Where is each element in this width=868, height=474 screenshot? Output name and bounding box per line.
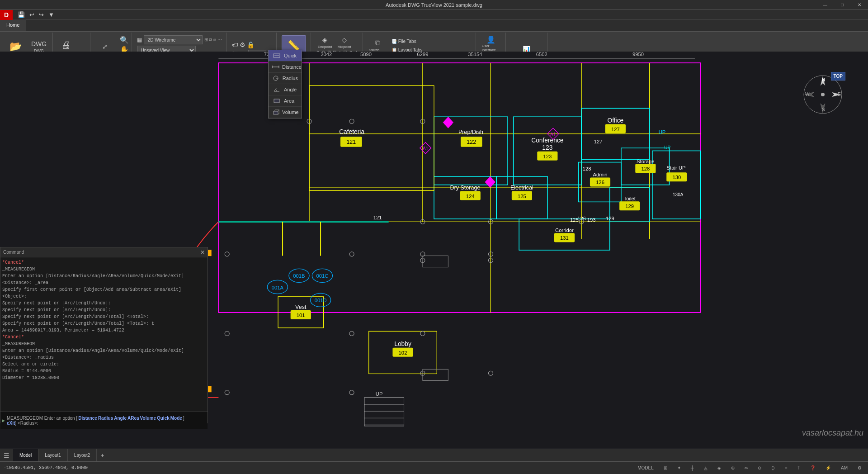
svg-text:126: 126 xyxy=(596,180,604,185)
area-icon xyxy=(272,98,281,104)
command-input[interactable] xyxy=(40,421,206,426)
app-menu-button[interactable]: D xyxy=(0,10,13,20)
layer-icon2: ⚙ xyxy=(240,41,245,48)
measure-radius-item[interactable]: Radius xyxy=(269,73,302,84)
window-controls: — □ ✕ xyxy=(816,0,868,10)
polar-btn[interactable]: ◬ xyxy=(701,465,710,470)
svg-text:W: W xyxy=(805,92,810,97)
cmd-line-10: Area = 144698917.8193, Perimeter = 51941… xyxy=(2,327,206,334)
area-label: Area xyxy=(284,98,294,104)
svg-text:128: 128 xyxy=(583,166,591,171)
svg-text:Vest: Vest xyxy=(295,304,307,310)
svg-text:130A: 130A xyxy=(673,192,684,197)
cmd-line-8: Specify next point or [Arc/Length/Undo/T… xyxy=(2,313,206,320)
drawing-area[interactable]: 7315 2042 5890 6299 35154 6502 9950 xyxy=(0,52,868,449)
settings-btn[interactable]: ⚙ xyxy=(855,465,864,470)
close-button[interactable]: ✕ xyxy=(851,0,868,10)
tpy-btn[interactable]: T xyxy=(795,465,803,470)
svg-text:124: 124 xyxy=(487,181,494,185)
cmd-line-17: Diameter = 18288.0000 xyxy=(2,374,206,381)
svg-text:N: N xyxy=(822,77,825,82)
layout2-tab[interactable]: Layout2 xyxy=(68,449,97,462)
tab-home[interactable]: Home xyxy=(0,19,26,31)
radius-icon xyxy=(272,75,280,81)
view-style-select[interactable]: 2D Wireframe xyxy=(144,35,203,44)
svg-text:Conference: Conference xyxy=(531,137,564,144)
layout1-tab[interactable]: Layout1 xyxy=(38,449,68,462)
svg-text:35154: 35154 xyxy=(468,52,482,57)
layout-add-btn[interactable]: + xyxy=(97,452,108,459)
grid-btn[interactable]: ⊞ xyxy=(661,465,670,470)
cmd-line-2: _MEASUREGEOM xyxy=(2,266,206,273)
svg-text:Corridor: Corridor xyxy=(555,228,574,233)
svg-text:Stair UP: Stair UP xyxy=(667,165,686,171)
osnap-btn[interactable]: ◈ xyxy=(715,465,724,470)
command-panel-close[interactable]: ✕ xyxy=(200,249,205,256)
svg-text:UP: UP xyxy=(376,391,383,397)
svg-text:001B: 001B xyxy=(293,273,305,279)
svg-text:001A: 001A xyxy=(272,285,284,290)
qa-save-btn[interactable]: 💾 xyxy=(16,11,26,18)
layout-menu-btn[interactable]: ☰ xyxy=(0,452,13,459)
cmd-line-6: Specify next point or [Arc/Length/Undo]: xyxy=(2,300,206,307)
window-title: Autodesk DWG TrueView 2021 sample.dwg xyxy=(386,2,482,8)
midpoint-button[interactable]: ◇ Midpoint xyxy=(335,35,353,49)
maximize-button[interactable]: □ xyxy=(834,0,851,10)
user-interface-button[interactable]: 👤 User Interface xyxy=(481,35,501,52)
svg-text:Cafeteria: Cafeteria xyxy=(339,128,364,135)
svg-text:E: E xyxy=(838,92,841,97)
otrack-btn[interactable]: ∞ xyxy=(742,465,750,470)
minimize-button[interactable]: — xyxy=(816,0,834,10)
model-tab[interactable]: Model xyxy=(13,449,38,462)
lwt-btn[interactable]: ≡ xyxy=(782,465,790,470)
measure-distance-item[interactable]: Distance xyxy=(269,62,302,73)
user-icon: 👤 xyxy=(486,35,495,44)
qp-btn[interactable]: ❓ xyxy=(807,465,818,470)
ortho-btn[interactable]: ┼ xyxy=(688,465,697,470)
am-btn[interactable]: AM xyxy=(838,465,850,470)
qa-undo-btn[interactable]: ↩ xyxy=(28,11,36,18)
nav-icon1[interactable]: 🔍 xyxy=(120,36,129,44)
measure-quick-item[interactable]: Quick xyxy=(269,50,302,62)
svg-text:126: 126 xyxy=(577,216,586,221)
cmd-line-5: Specify first corner point or [Object/Ad… xyxy=(2,286,206,300)
cmd-line-14: <Distance>: _radius xyxy=(2,354,206,361)
dyn-btn[interactable]: ⟨⟩ xyxy=(769,465,778,470)
svg-text:Prep/Dish: Prep/Dish xyxy=(458,129,483,135)
extents-icon: ⤢ xyxy=(102,43,108,50)
cmd-line-15: Select arc or circle: xyxy=(2,361,206,368)
qa-redo-btn[interactable]: ↪ xyxy=(38,11,45,18)
measure-angle-item[interactable]: Angle xyxy=(269,84,302,95)
file-tabs-button[interactable]: 📑 File Tabs xyxy=(390,37,425,45)
svg-text:A1: A1 xyxy=(423,146,429,151)
cmd-line-16: Radius = 9144.0000 xyxy=(2,368,206,374)
svg-point-133 xyxy=(488,371,493,375)
measure-volume-item[interactable]: Volume xyxy=(269,107,302,118)
coordinates-display: -10586.4501, 35697.4010, 0.0000 xyxy=(4,465,88,470)
volume-icon xyxy=(272,109,279,115)
svg-text:129: 129 xyxy=(625,204,634,209)
qa-dropdown-btn[interactable]: ▼ xyxy=(47,11,56,18)
model-status-btn[interactable]: MODEL xyxy=(635,465,656,470)
ducs-btn[interactable]: ⊙ xyxy=(755,465,764,470)
snap-btn[interactable]: ✦ xyxy=(675,465,684,470)
svg-text:S: S xyxy=(822,107,825,112)
cmd-line-3: Enter an option [Distance/Radius/Angle/A… xyxy=(2,273,206,280)
svg-text:UP: UP xyxy=(664,145,670,150)
cmd-line-1: *Cancel* xyxy=(2,259,206,266)
svg-text:UP: UP xyxy=(659,129,666,135)
endpoint-button[interactable]: ◈ Endpoint xyxy=(316,35,334,49)
cmd-line-9: Specify next point or [Arc/Length/Undo/T… xyxy=(2,320,206,327)
3dosnap-btn[interactable]: ⊕ xyxy=(728,465,737,470)
svg-text:Dry Storage: Dry Storage xyxy=(450,185,481,191)
sc-btn[interactable]: ⚡ xyxy=(823,465,834,470)
svg-text:124: 124 xyxy=(466,194,475,199)
measure-area-item[interactable]: Area xyxy=(269,95,302,107)
view-icons-row: ⊞ ⧉ ⧈ ⋯ xyxy=(204,37,222,43)
volume-label: Volume xyxy=(282,109,299,115)
status-bar: -10586.4501, 35697.4010, 0.0000 MODEL ⊞ … xyxy=(0,461,868,474)
command-input-area: ▶ MEASUREGEOM Enter an option [ Distance… xyxy=(0,411,208,429)
cmd-line-4: <Distance>: _area xyxy=(2,280,206,286)
svg-text:9950: 9950 xyxy=(632,52,644,57)
view-icon: ▦ xyxy=(137,37,142,43)
